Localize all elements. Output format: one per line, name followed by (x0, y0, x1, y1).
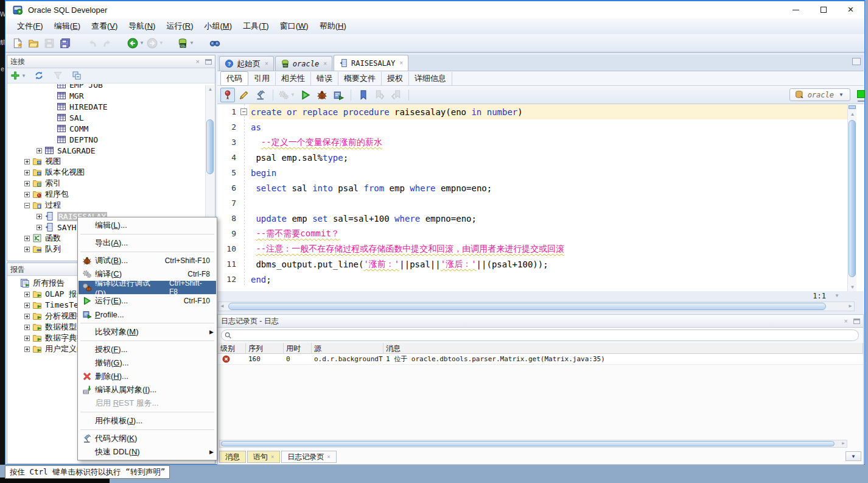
tree-expander-plus-icon[interactable] (24, 314, 30, 319)
context-menu-item[interactable]: 撤销(G)... (79, 356, 216, 370)
dropdown-arrow-icon[interactable]: ▼ (138, 40, 145, 46)
editor-hscrollbar[interactable]: ◄ ► (218, 301, 855, 311)
code-line[interactable]: 10 --注意：一般不在存储过程或存储函数中提交和回滚，由调用者来进行提交或回滚 (217, 241, 847, 256)
profile-button[interactable] (331, 88, 346, 102)
dropdown-arrow-icon[interactable]: ▼ (188, 40, 195, 46)
context-menu-item[interactable]: 导出(A)... (79, 236, 216, 250)
minimize-button[interactable] (782, 1, 810, 18)
close-tab-icon[interactable]: × (323, 60, 327, 67)
context-menu-item[interactable]: 0101编译从属对象(I)... (79, 383, 216, 397)
tree-expander-plus-icon[interactable] (24, 236, 30, 241)
save-all-button[interactable] (58, 36, 72, 51)
code-line[interactable]: 8 update emp set sal=sal+100 where empno… (217, 211, 847, 226)
scrollbar-thumb[interactable] (228, 303, 826, 310)
tree-item[interactable]: MGR (7, 90, 215, 101)
tree-item[interactable]: DEPTNO (7, 134, 215, 145)
log-hscrollbar[interactable]: ► (219, 440, 847, 448)
editor-subtab[interactable]: 详细信息 (409, 72, 452, 85)
save-button[interactable] (42, 36, 57, 51)
close-tab-icon[interactable]: × (265, 60, 268, 67)
tree-item[interactable]: EMP JOB (7, 84, 215, 90)
context-menu-item[interactable]: 授权(F)... (79, 343, 216, 356)
scrollbar-thumb[interactable] (206, 119, 214, 174)
log-column-header[interactable]: 消息 (383, 343, 863, 353)
undo-button[interactable] (85, 36, 99, 51)
maximize-button[interactable] (810, 1, 837, 18)
context-menu-item[interactable]: 比较对象(M)▶ (79, 325, 216, 339)
tabgroup-restore-icon[interactable] (852, 58, 861, 65)
code-line[interactable]: 12end; (217, 272, 847, 287)
document-tab[interactable]: ?起始页× (219, 56, 274, 71)
tree-expander-plus-icon[interactable] (24, 292, 30, 297)
search-input[interactable] (232, 331, 858, 340)
menubar-item[interactable]: 运行(R) (161, 18, 198, 34)
menubar-item[interactable]: 工具(T) (237, 18, 275, 34)
log-column-header[interactable]: 用时 (284, 343, 312, 353)
tree-item[interactable]: SALGRADE (7, 145, 215, 156)
bookmark-next-button[interactable] (373, 88, 387, 102)
document-tab[interactable]: SQLoracle× (275, 56, 332, 71)
panel-minimize-icon[interactable] (205, 59, 212, 65)
forward-button[interactable]: ▼ (147, 36, 165, 51)
tree-expander-plus-icon[interactable] (24, 170, 30, 175)
log-tab[interactable]: 日志记录页× (281, 451, 336, 463)
new-file-button[interactable] (10, 36, 25, 51)
tree-expander-plus-icon[interactable] (24, 159, 30, 164)
close-tab-icon[interactable]: × (399, 60, 403, 66)
context-menu-item[interactable]: 删除(H)... (79, 370, 216, 383)
menubar-item[interactable]: 导航(N) (123, 18, 161, 34)
scroll-right-icon[interactable]: ► (848, 303, 853, 309)
splitter-handle[interactable] (849, 105, 856, 109)
debug-button[interactable] (315, 88, 329, 102)
editor-subtab[interactable]: 概要文件 (338, 72, 382, 85)
code-line[interactable]: 1−create or replace procedure raisesalay… (217, 104, 847, 119)
menubar-item[interactable]: 小组(M) (199, 18, 238, 34)
filter-button[interactable] (51, 68, 65, 83)
tree-expander-plus-icon[interactable] (24, 347, 30, 352)
back-button[interactable]: ▼ (127, 36, 145, 51)
panel-close-icon[interactable]: × (841, 317, 851, 325)
context-menu-item[interactable]: 调试(B)...Ctrl+Shift-F10 (79, 254, 216, 267)
tree-expander-plus-icon[interactable] (24, 325, 30, 330)
panel-minimize-icon[interactable] (853, 319, 860, 324)
editor-subtab[interactable]: 引用 (248, 72, 276, 85)
close-tab-icon[interactable]: × (327, 454, 330, 460)
code-line[interactable]: 7 (217, 196, 847, 211)
menubar-item[interactable]: 文件(F) (12, 18, 49, 34)
code-line[interactable]: 5begin (217, 165, 847, 180)
tree-expander-plus-icon[interactable] (24, 336, 30, 341)
code-status-indicator[interactable] (857, 90, 865, 98)
fold-collapse-icon[interactable]: − (240, 108, 247, 115)
tab-list-dropdown[interactable]: ▼ (845, 451, 861, 461)
panel-close-icon[interactable]: × (193, 58, 203, 65)
log-row[interactable]: 1600o.d.r.backgroundT...1 位于 oracle.dbto… (218, 354, 863, 365)
tree-item[interactable]: SAL (7, 112, 215, 123)
tree-expander-plus-icon[interactable] (37, 214, 42, 219)
dropdown-arrow-icon[interactable]: ▼ (289, 92, 296, 97)
context-menu-item[interactable]: 快速 DDL(N)▶ (79, 445, 216, 459)
menubar-item[interactable]: 编辑(E) (49, 18, 86, 34)
context-menu-item[interactable]: 启用 REST 服务... (79, 397, 216, 410)
dropdown-arrow-icon[interactable]: ▼ (158, 40, 165, 46)
close-button[interactable]: × (837, 1, 864, 18)
pin-button[interactable] (220, 88, 235, 102)
tree-expander-plus-icon[interactable] (37, 225, 42, 230)
scroll-up-icon[interactable]: ▲ (206, 86, 215, 92)
code-line[interactable]: 11 dbms_output.put_line('涨前：'||psal||'涨后… (217, 256, 847, 272)
tree-item[interactable]: 索引 (7, 178, 215, 189)
tree-expander-plus-icon[interactable] (24, 247, 30, 252)
menubar-item[interactable]: 帮助(H) (314, 18, 352, 34)
collapse-all-button[interactable] (69, 68, 84, 83)
tree-item[interactable]: 过程 (7, 200, 215, 211)
scroll-up-icon[interactable]: ▲ (848, 111, 857, 117)
tree-item[interactable]: 视图 (7, 156, 215, 167)
redo-button[interactable] (100, 36, 115, 51)
code-line[interactable]: 2as (217, 119, 847, 135)
open-folder-button[interactable] (26, 36, 41, 51)
tree-item[interactable]: 程序包 (7, 189, 215, 200)
tree-expander-minus-icon[interactable] (24, 203, 30, 208)
close-tab-icon[interactable]: × (271, 454, 274, 460)
document-tab[interactable]: RAISESALAY× (334, 55, 408, 71)
log-tab[interactable]: 消息 (219, 451, 246, 463)
code-editor[interactable]: 1−create or replace procedure raisesalay… (217, 104, 847, 291)
